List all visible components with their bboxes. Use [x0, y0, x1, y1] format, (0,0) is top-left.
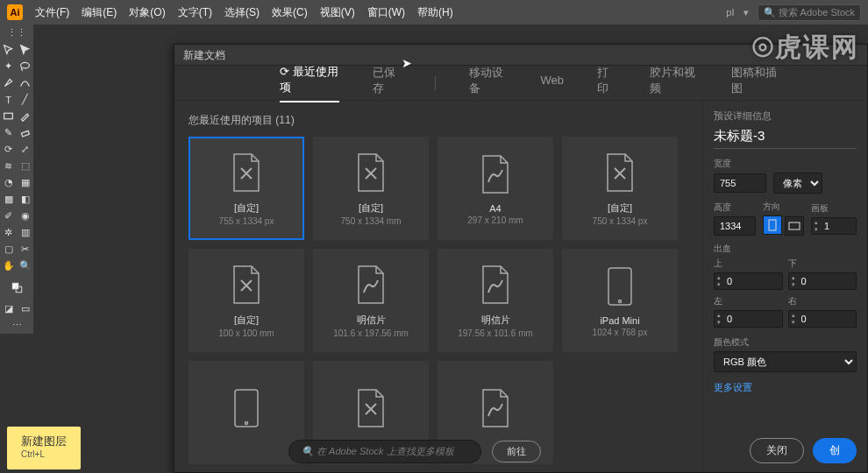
tool-rotate[interactable]: ⟳ — [0, 141, 17, 158]
svg-rect-10 — [789, 222, 800, 229]
tab-print[interactable]: 打印 — [597, 65, 616, 102]
tool-screen-mode[interactable]: ▭ — [17, 300, 33, 317]
menu-edit[interactable]: 编辑(E) — [82, 5, 117, 20]
tool-type[interactable]: T — [0, 91, 17, 108]
menu-effect[interactable]: 效果(C) — [272, 5, 308, 20]
tab-mobile[interactable]: 移动设备 — [469, 65, 508, 102]
preset-item[interactable] — [189, 361, 304, 464]
tool-hand[interactable]: ✋ — [0, 258, 17, 274]
preset-dim: 101.6 x 197.56 mm — [333, 328, 409, 338]
dialog-tabs: 最近使用项 已保存 移动设备 Web 打印 胶片和视频 图稿和插图 — [174, 66, 867, 101]
menubar: Ai 文件(F) 编辑(E) 对象(O) 文字(T) 选择(S) 效果(C) 视… — [0, 0, 868, 25]
menu-view[interactable]: 视图(V) — [320, 5, 355, 20]
new-document-dialog: 新建文档 最近使用项 已保存 移动设备 Web 打印 胶片和视频 图稿和插图 您… — [174, 44, 868, 473]
tool-curve[interactable] — [17, 74, 33, 91]
preset-name: A4 — [489, 203, 501, 214]
orient-portrait[interactable] — [763, 215, 782, 235]
orient-landscape[interactable] — [785, 216, 804, 236]
tool-edit-toolbar[interactable]: ⋯ — [0, 317, 33, 334]
tool-scale[interactable]: ⤢ — [17, 141, 33, 158]
tool-brush[interactable] — [17, 108, 33, 124]
preset-item[interactable]: [自定]750 x 1334 mm — [313, 137, 429, 240]
unit-select[interactable]: 像素 — [773, 173, 822, 194]
page-ai-icon — [602, 151, 637, 194]
tool-perspective[interactable]: ▦ — [17, 174, 33, 191]
stock-search-bar: 🔍 在 Adobe Stock 上查找更多模板 前往 — [288, 440, 541, 463]
tool-pen[interactable] — [0, 74, 17, 91]
preset-item[interactable]: 明信片101.6 x 197.56 mm — [313, 249, 429, 352]
menu-help[interactable]: 帮助(H) — [417, 5, 453, 20]
colormode-label: 颜色模式 — [714, 336, 857, 349]
tab-art[interactable]: 图稿和插图 — [731, 65, 779, 102]
more-settings-link[interactable]: 更多设置 — [714, 381, 857, 394]
preset-grid: [自定]755 x 1334 px[自定]750 x 1334 mmA4297 … — [189, 137, 688, 464]
tool-wand[interactable]: ✦ — [0, 58, 17, 74]
tool-selection[interactable] — [0, 41, 17, 58]
height-label: 高度 — [714, 201, 756, 214]
tab-web[interactable]: Web — [541, 74, 565, 92]
menu-select[interactable]: 选择(S) — [224, 5, 260, 20]
bleed-bottom[interactable]: ▴▾ — [788, 272, 857, 290]
dialog-title: 新建文档 — [174, 45, 867, 66]
tool-eyedropper[interactable]: ✐ — [0, 208, 17, 224]
preset-item[interactable]: 明信片197.56 x 101.6 mm — [438, 249, 553, 352]
tool-width[interactable]: ≋ — [0, 158, 17, 174]
tool-mesh[interactable]: ▩ — [0, 191, 17, 208]
doc-name-field[interactable]: 未标题-3 — [714, 128, 857, 149]
tool-zoom[interactable]: 🔍 — [17, 258, 33, 274]
preset-item[interactable]: [自定]750 x 1334 px — [562, 137, 678, 240]
tab-film[interactable]: 胶片和视频 — [650, 65, 698, 102]
width-input[interactable] — [714, 173, 766, 193]
tab-separator — [435, 76, 436, 90]
tab-saved[interactable]: 已保存 — [373, 65, 402, 102]
colormode-select[interactable]: RGB 颜色 — [714, 351, 857, 372]
preset-item[interactable]: A4297 x 210 mm — [438, 137, 553, 240]
tool-lasso[interactable] — [17, 58, 33, 74]
tool-graph[interactable]: ▥ — [17, 224, 33, 241]
bleed-left-label: 左 — [714, 295, 783, 307]
tool-drag[interactable]: ⋮⋮ — [0, 25, 33, 41]
tool-gradient[interactable]: ◧ — [17, 191, 33, 208]
bleed-label: 出血 — [714, 243, 857, 255]
menu-type[interactable]: 文字(T) — [178, 5, 212, 20]
stock-search-input[interactable]: 🔍 在 Adobe Stock 上查找更多模板 — [288, 440, 481, 463]
tool-artboard[interactable]: ▢ — [0, 241, 17, 258]
menu-file[interactable]: 文件(F) — [35, 5, 69, 20]
artboard-count[interactable]: ▴▾ — [811, 217, 857, 235]
bleed-right[interactable]: ▴▾ — [788, 310, 857, 328]
page-draw-icon — [478, 152, 513, 196]
svg-point-0 — [21, 62, 30, 68]
stock-search-top[interactable]: 🔍 搜索 Adobe Stock — [758, 4, 862, 21]
tool-line[interactable]: ╱ — [17, 91, 33, 108]
toolbox: ⋮⋮ ✦ T ╱ ✎ ⟳ ⤢ ≋ ⬚ ◔ ▦ ▩ ◧ ✐ ◉ ✲ ▥ ▢ ✂ ✋… — [0, 25, 33, 334]
tool-fill-stroke[interactable] — [0, 274, 33, 300]
tool-symbol[interactable]: ✲ — [0, 224, 17, 241]
tool-shape-builder[interactable]: ◔ — [0, 174, 17, 191]
preset-item[interactable]: [自定]755 x 1334 px — [189, 137, 304, 240]
tab-recent[interactable]: 最近使用项 — [280, 64, 339, 102]
bleed-top[interactable]: ▴▾ — [714, 272, 783, 290]
bleed-left[interactable]: ▴▾ — [714, 310, 783, 328]
menu-window[interactable]: 窗口(W) — [367, 5, 405, 20]
tool-eraser[interactable] — [17, 124, 33, 141]
orient-label: 方向 — [763, 201, 804, 213]
device-icon — [229, 386, 264, 430]
page-ai-icon — [229, 151, 264, 194]
workspace-label[interactable]: pI — [726, 7, 734, 18]
tool-slice[interactable]: ✂ — [17, 241, 33, 258]
tool-color-mode[interactable]: ◪ — [0, 300, 17, 317]
height-input[interactable] — [714, 216, 756, 236]
tool-shaper[interactable]: ✎ — [0, 124, 17, 141]
close-button[interactable]: 关闭 — [750, 438, 804, 463]
tool-rect[interactable] — [0, 108, 17, 124]
tool-free-transform[interactable]: ⬚ — [17, 158, 33, 174]
tool-direct-select[interactable] — [17, 41, 33, 58]
menu-object[interactable]: 对象(O) — [129, 5, 165, 20]
svg-point-8 — [245, 422, 248, 425]
preset-item[interactable]: [自定]100 x 100 mm — [189, 249, 304, 352]
tool-blend[interactable]: ◉ — [17, 208, 33, 224]
preset-dim: 100 x 100 mm — [218, 328, 274, 338]
preset-item[interactable]: iPad Mini1024 x 768 px — [562, 249, 678, 352]
create-button[interactable]: 创 — [813, 438, 857, 463]
stock-go-button[interactable]: 前往 — [492, 441, 541, 462]
